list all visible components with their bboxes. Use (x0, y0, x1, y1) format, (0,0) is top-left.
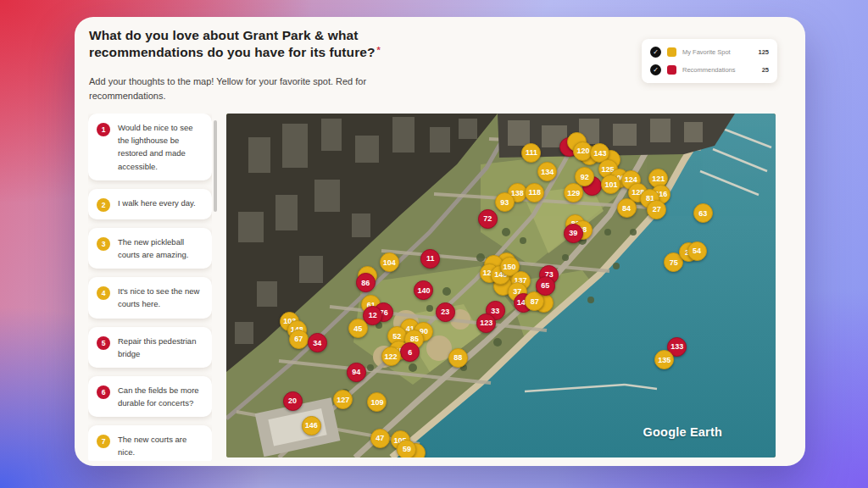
favorite-pin[interactable]: 135 (654, 350, 674, 369)
sidebar-scrollbar[interactable] (214, 120, 217, 212)
comment-card[interactable]: 7The new courts are nice. (88, 425, 212, 461)
favorite-pin[interactable]: 59 (397, 440, 416, 458)
favorite-pin[interactable]: 45 (348, 319, 368, 338)
question-title: What do you love about Grant Park & what… (89, 27, 381, 61)
comment-text: Repair this pedestrian bridge (118, 335, 203, 360)
recommendation-pin[interactable]: 94 (347, 363, 366, 382)
legend-row: ✓My Favorite Spot125 (650, 47, 769, 58)
app-background: What do you love about Grant Park & what… (0, 0, 868, 488)
comment-card[interactable]: 6Can the fields be more durable for conc… (88, 376, 212, 417)
favorite-pin[interactable]: 93 (495, 192, 515, 212)
recommendation-pin[interactable]: 23 (436, 302, 455, 322)
comment-card[interactable]: 2I walk here every day. (88, 189, 212, 219)
recommendation-pin[interactable]: 34 (308, 333, 327, 352)
question-subtitle: Add your thoughts to the map! Yellow for… (89, 75, 381, 103)
map-canvas[interactable]: 1111201431341259210610112412113811812912… (226, 114, 776, 458)
comment-number-badge: 7 (97, 435, 110, 448)
favorite-pin[interactable]: 129 (564, 183, 583, 202)
comment-card[interactable]: 5Repair this pedestrian bridge (88, 327, 212, 368)
recommendation-pin[interactable]: 140 (414, 280, 433, 300)
favorite-pin[interactable]: 84 (617, 198, 637, 218)
comment-text: Can the fields be more durable for conce… (118, 384, 203, 409)
recommendation-pin[interactable]: 6 (400, 342, 420, 362)
survey-card: What do you love about Grant Park & what… (75, 17, 805, 466)
comment-text: I walk here every day. (118, 197, 196, 209)
google-earth-logo: Google Earth (643, 425, 725, 439)
legend-color-swatch (667, 47, 676, 57)
legend-count: 25 (762, 66, 769, 74)
favorite-pin[interactable]: 118 (525, 183, 544, 202)
recommendation-pin[interactable]: 20 (283, 391, 303, 411)
favorite-pin[interactable]: 122 (381, 347, 401, 366)
comment-number-badge: 4 (97, 286, 110, 300)
legend-checkbox-recommendations[interactable]: ✓ (650, 64, 661, 75)
favorite-pin[interactable]: 67 (289, 330, 309, 349)
favorite-pin[interactable]: 88 (448, 348, 468, 368)
legend-checkbox-favorite[interactable]: ✓ (650, 47, 661, 58)
recommendation-pin[interactable]: 72 (478, 209, 498, 229)
favorite-pin[interactable]: 111 (521, 143, 541, 163)
question-title-text: What do you love about Grant Park & what… (89, 28, 376, 59)
comment-number-badge: 6 (97, 385, 110, 399)
favorite-pin[interactable]: 104 (380, 252, 399, 272)
recommendation-pin[interactable]: 11 (420, 249, 440, 269)
favorite-pin[interactable]: 54 (687, 241, 707, 261)
comments-list: 1Would be nice to see the lighthouse be … (88, 114, 212, 461)
legend-label: Recommendations (682, 66, 756, 74)
recommendation-pin[interactable]: 123 (476, 313, 496, 333)
required-mark: * (377, 45, 381, 55)
favorite-pin[interactable]: 109 (367, 392, 387, 412)
google-earth-text: Google Earth (643, 425, 722, 439)
comment-text: The new pickleball courts are amazing. (118, 236, 203, 261)
favorite-pin[interactable]: 127 (333, 390, 353, 409)
favorite-pin[interactable]: 146 (302, 416, 321, 435)
comment-card[interactable]: 3The new pickleball courts are amazing. (88, 228, 212, 269)
favorite-pin[interactable]: 27 (647, 200, 666, 219)
comment-text: It's nice to see the new courts here. (118, 285, 203, 310)
legend-row: ✓Recommendations25 (650, 64, 769, 75)
comment-number-badge: 1 (97, 123, 110, 136)
legend-label: My Favorite Spot (682, 48, 752, 56)
comment-card[interactable]: 1Would be nice to see the lighthouse be … (88, 114, 212, 180)
favorite-pin[interactable]: 47 (370, 429, 390, 448)
legend-panel: ✓My Favorite Spot125✓Recommendations25 (642, 39, 777, 83)
recommendation-pin[interactable]: 86 (356, 273, 376, 292)
pin-layer: 1111201431341259210610112412113811812912… (226, 114, 776, 458)
comment-number-badge: 5 (97, 336, 110, 350)
comment-text: The new courts are nice. (118, 433, 203, 458)
favorite-pin[interactable]: 134 (537, 162, 557, 181)
legend-count: 125 (758, 48, 769, 56)
favorite-pin[interactable]: 63 (693, 203, 713, 223)
comment-card[interactable]: 4It's nice to see the new courts here. (88, 277, 212, 318)
comment-text: Would be nice to see the lighthouse be r… (118, 121, 203, 173)
favorite-pin[interactable]: 101 (601, 175, 620, 194)
comment-number-badge: 2 (97, 198, 110, 212)
recommendation-pin[interactable]: 65 (536, 276, 555, 296)
comment-number-badge: 3 (97, 237, 110, 251)
recommendation-pin[interactable]: 39 (564, 224, 583, 243)
legend-color-swatch (667, 65, 676, 75)
